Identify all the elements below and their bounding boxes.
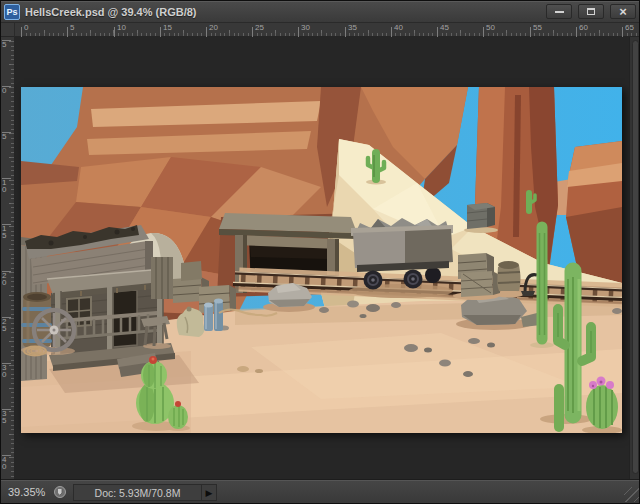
h-ruler-label: 0 — [21, 23, 28, 37]
doc-info-panel[interactable]: Doc: 5.93M/70.8M ▶ — [73, 484, 217, 501]
drive-status-icon — [53, 485, 67, 499]
restore-icon — [587, 8, 595, 15]
h-ruler-label: 50 — [483, 23, 495, 37]
restore-button[interactable] — [578, 4, 604, 19]
h-ruler-label: 15 — [160, 23, 172, 37]
v-ruler-label: 40 — [2, 455, 10, 470]
vertical-scrollbar[interactable] — [629, 37, 640, 479]
horizontal-ruler[interactable]: 0 5 10 15 20 25 30 35 40 45 50 55 60 65 — [15, 23, 640, 37]
ruler-origin-corner[interactable] — [1, 23, 15, 37]
v-ruler-label: 35 — [2, 409, 10, 424]
v-ruler-label: 20 — [2, 271, 10, 286]
close-icon: × — [619, 7, 627, 17]
zoom-level-field[interactable]: 39.35% — [8, 485, 52, 500]
h-ruler-label: 45 — [437, 23, 449, 37]
minimize-icon — [555, 11, 564, 13]
h-ruler-label: 40 — [391, 23, 403, 37]
vertical-ruler[interactable]: 5 0 5 10 15 20 25 30 35 40 — [1, 37, 15, 479]
title-bar[interactable]: Ps HellsCreek.psd @ 39.4% (RGB/8) × — [1, 1, 640, 23]
h-ruler-label: 55 — [530, 23, 542, 37]
h-ruler-label: 25 — [252, 23, 264, 37]
status-bar: 39.35% Doc: 5.93M/70.8M ▶ — [1, 479, 640, 504]
right-arrow-icon[interactable]: ▶ — [201, 485, 216, 500]
h-ruler-label: 5 — [67, 23, 74, 37]
resize-grip-icon[interactable] — [624, 487, 639, 502]
minimize-button[interactable] — [546, 4, 572, 19]
document-canvas[interactable] — [21, 87, 622, 433]
h-ruler-label: 65 — [622, 23, 634, 37]
v-ruler-label: 5 — [2, 132, 10, 141]
v-ruler-label: 30 — [2, 363, 10, 378]
ps-logo: Ps — [4, 4, 20, 20]
doc-size-text: Doc: 5.93M/70.8M — [74, 487, 201, 499]
h-ruler-label: 35 — [345, 23, 357, 37]
h-ruler-label: 10 — [114, 23, 126, 37]
window-title: HellsCreek.psd @ 39.4% (RGB/8) — [25, 6, 546, 18]
vertical-scrollbar-thumb[interactable] — [632, 40, 639, 474]
close-button[interactable]: × — [610, 4, 636, 19]
photoshop-document-window: Ps HellsCreek.psd @ 39.4% (RGB/8) × 0 5 … — [0, 0, 640, 504]
h-ruler-label: 20 — [206, 23, 218, 37]
h-ruler-label: 30 — [298, 23, 310, 37]
v-ruler-label: 10 — [2, 178, 10, 193]
h-ruler-label: 60 — [576, 23, 588, 37]
v-ruler-label: 5 — [2, 40, 10, 49]
v-ruler-label: 15 — [2, 224, 10, 239]
v-ruler-label: 0 — [2, 86, 10, 95]
v-ruler-label: 25 — [2, 317, 10, 332]
